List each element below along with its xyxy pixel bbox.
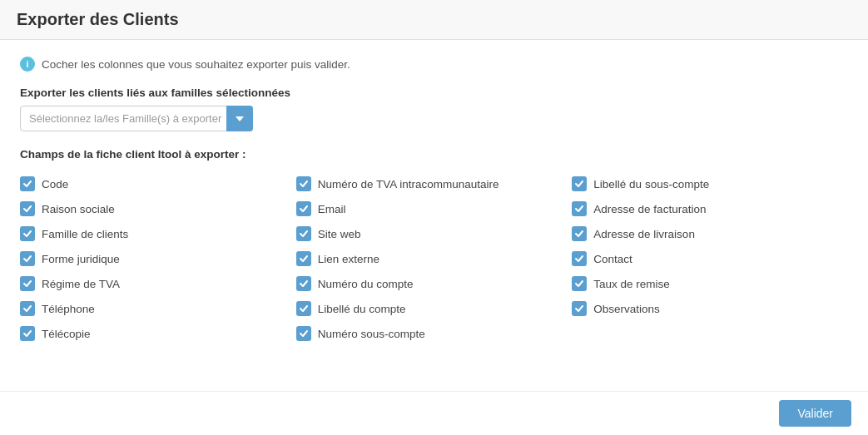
checkbox-row-forme_juridique: Forme juridique xyxy=(20,247,296,270)
field-col-2: Libellé du sous-compteAdresse de factura… xyxy=(572,172,848,345)
checkbox-lien_externe[interactable] xyxy=(296,251,311,266)
checkbox-row-taux_remise: Taux de remise xyxy=(572,272,848,295)
checkbox-row-telecopie: Télécopie xyxy=(20,322,296,345)
checkbox-label-raison_sociale: Raison sociale xyxy=(42,203,115,215)
checkbox-row-adresse_facturation: Adresse de facturation xyxy=(572,197,848,220)
checkbox-label-adresse_facturation: Adresse de facturation xyxy=(593,203,706,215)
checkbox-num_compte[interactable] xyxy=(296,276,311,291)
checkbox-num_tva[interactable] xyxy=(296,176,311,191)
checkbox-raison_sociale[interactable] xyxy=(20,201,35,216)
family-select[interactable]: Sélectionnez la/les Famille(s) à exporte… xyxy=(20,106,253,131)
checkbox-label-telecopie: Télécopie xyxy=(42,328,91,340)
checkbox-label-telephone: Téléphone xyxy=(42,303,95,315)
page-content: i Cocher les colonnes que vous souhaitez… xyxy=(0,40,868,395)
checkbox-label-taux_remise: Taux de remise xyxy=(593,278,670,290)
checkbox-observations[interactable] xyxy=(572,301,587,316)
family-select-wrapper: Sélectionnez la/les Famille(s) à exporte… xyxy=(20,106,253,131)
page-wrapper: Exporter des Clients i Cocher les colonn… xyxy=(0,0,868,435)
checkbox-label-code: Code xyxy=(42,178,68,190)
checkbox-label-famille_clients: Famille de clients xyxy=(42,228,128,240)
checkbox-row-contact: Contact xyxy=(572,247,848,270)
checkbox-row-observations: Observations xyxy=(572,297,848,320)
checkbox-label-regime_tva: Régime de TVA xyxy=(42,278,120,290)
checkbox-row-num_tva: Numéro de TVA intracommunautaire xyxy=(296,172,573,195)
checkbox-contact[interactable] xyxy=(572,251,587,266)
checkbox-label-email: Email xyxy=(318,203,346,215)
checkbox-label-libelle_sous_compte: Libellé du sous-compte xyxy=(593,178,709,190)
checkbox-label-libelle_compte: Libellé du compte xyxy=(318,303,406,315)
checkbox-row-site_web: Site web xyxy=(296,222,573,245)
checkbox-label-lien_externe: Lien externe xyxy=(318,253,379,265)
checkbox-taux_remise[interactable] xyxy=(572,276,587,291)
checkbox-row-raison_sociale: Raison sociale xyxy=(20,197,296,220)
checkbox-email[interactable] xyxy=(296,201,311,216)
page-title: Exporter des Clients xyxy=(17,10,851,29)
checkbox-row-adresse_livraison: Adresse de livraison xyxy=(572,222,848,245)
info-icon: i xyxy=(20,57,35,72)
checkbox-label-site_web: Site web xyxy=(318,228,361,240)
checkbox-label-forme_juridique: Forme juridique xyxy=(42,253,120,265)
checkbox-telecopie[interactable] xyxy=(20,326,35,341)
checkbox-label-adresse_livraison: Adresse de livraison xyxy=(593,228,695,240)
checkbox-row-libelle_sous_compte: Libellé du sous-compte xyxy=(572,172,848,195)
info-text: Cocher les colonnes que vous souhaitez e… xyxy=(42,58,350,71)
family-section-label: Exporter les clients liés aux familles s… xyxy=(20,87,848,99)
checkbox-row-telephone: Téléphone xyxy=(20,297,296,320)
checkbox-label-observations: Observations xyxy=(593,303,660,315)
checkbox-row-famille_clients: Famille de clients xyxy=(20,222,296,245)
checkbox-adresse_facturation[interactable] xyxy=(572,201,587,216)
checkbox-row-num_compte: Numéro du compte xyxy=(296,272,573,295)
info-box: i Cocher les colonnes que vous souhaitez… xyxy=(20,57,848,72)
fields-section-label: Champs de la fiche client Itool à export… xyxy=(20,148,848,161)
field-col-1: Numéro de TVA intracommunautaireEmailSit… xyxy=(296,172,573,345)
checkbox-row-lien_externe: Lien externe xyxy=(296,247,573,270)
fields-grid: CodeRaison socialeFamille de clientsForm… xyxy=(20,172,848,345)
footer-bar: Valider xyxy=(0,391,868,435)
checkbox-row-num_sous_compte: Numéro sous-compte xyxy=(296,322,573,345)
checkbox-code[interactable] xyxy=(20,176,35,191)
checkbox-label-contact: Contact xyxy=(593,253,632,265)
valider-button[interactable]: Valider xyxy=(779,400,851,427)
checkbox-label-num_compte: Numéro du compte xyxy=(318,278,414,290)
checkbox-famille_clients[interactable] xyxy=(20,226,35,241)
checkbox-row-email: Email xyxy=(296,197,573,220)
checkbox-site_web[interactable] xyxy=(296,226,311,241)
checkbox-row-libelle_compte: Libellé du compte xyxy=(296,297,573,320)
checkbox-adresse_livraison[interactable] xyxy=(572,226,587,241)
checkbox-label-num_tva: Numéro de TVA intracommunautaire xyxy=(318,178,499,190)
checkbox-telephone[interactable] xyxy=(20,301,35,316)
checkbox-forme_juridique[interactable] xyxy=(20,251,35,266)
checkbox-regime_tva[interactable] xyxy=(20,276,35,291)
checkbox-libelle_sous_compte[interactable] xyxy=(572,176,587,191)
page-header: Exporter des Clients xyxy=(0,0,868,40)
checkbox-label-num_sous_compte: Numéro sous-compte xyxy=(318,328,425,340)
checkbox-row-code: Code xyxy=(20,172,296,195)
checkbox-row-regime_tva: Régime de TVA xyxy=(20,272,296,295)
checkbox-libelle_compte[interactable] xyxy=(296,301,311,316)
checkbox-num_sous_compte[interactable] xyxy=(296,326,311,341)
field-col-0: CodeRaison socialeFamille de clientsForm… xyxy=(20,172,296,345)
